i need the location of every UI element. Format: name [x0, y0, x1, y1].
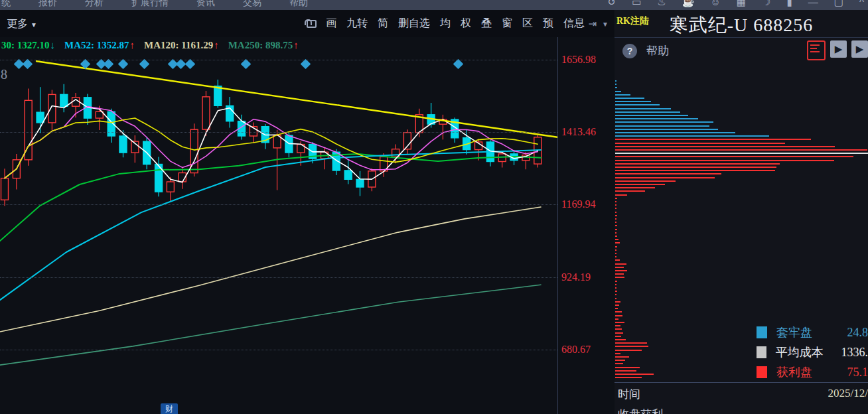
legend-swatch [757, 346, 766, 358]
chip-distribution-panel: RK注陆 寒武纪-U 688256 ? 帮助 ▶ ▶ 套牢盘24.8平均成本13… [615, 10, 868, 414]
pin-icon[interactable]: ^ [859, 0, 864, 9]
monitor-icon[interactable]: ▭ [632, 0, 641, 9]
menu-item[interactable]: 报价 [38, 0, 57, 8]
minimize-icon[interactable]: — [808, 0, 818, 9]
menu-item[interactable]: 交易 [243, 0, 261, 8]
chip-bar [615, 318, 618, 320]
chip-bar [615, 298, 616, 299]
chip-bar [615, 332, 623, 334]
gridline [0, 350, 557, 350]
window-menu-bar: 统报价分析扩展行情资讯交易帮助 ↺▭♨☕☺▦☽▮—▢^ [0, 0, 868, 10]
chip-bar [615, 253, 616, 254]
chart-toolbar: 更多 ▼ 画九转简删自选均权叠窗区预信息 ⇥ ▼ [0, 10, 614, 38]
chip-bar [615, 256, 616, 257]
time-row: 时间 2025/12/ [618, 387, 868, 402]
chip-bar [615, 294, 616, 295]
toolbar-item[interactable]: 窗 [502, 17, 512, 31]
next-page-icon[interactable]: ⇥ [588, 18, 597, 30]
menu-item[interactable]: 帮助 [289, 0, 308, 8]
chip-bar [615, 249, 616, 251]
robot-icon[interactable]: ☺ [711, 0, 721, 9]
gridline [0, 132, 557, 133]
toolbar-item[interactable]: 画 [326, 17, 336, 31]
menu-items: 统报价分析扩展行情资讯交易帮助 [0, 0, 308, 8]
candle-body [344, 171, 352, 179]
chip-bar [615, 163, 780, 165]
candlestick-chart[interactable]: 30: 1327.10↓MA52: 1352.87↑MA120: 1161.29… [0, 37, 557, 414]
chip-bar [615, 267, 624, 268]
play-forward-icon[interactable]: ▶ [830, 40, 847, 58]
legend-value: 75.1 [847, 366, 868, 380]
chip-bar [615, 246, 617, 247]
chip-bar [615, 328, 622, 330]
menu-item[interactable]: 资讯 [196, 0, 215, 8]
undo-icon[interactable]: ↺ [608, 0, 616, 9]
chip-bar [615, 305, 619, 306]
menu-item[interactable]: 扩展行情 [131, 0, 169, 8]
chip-bar [615, 101, 651, 102]
gridline [0, 277, 557, 278]
chip-bar [615, 277, 624, 278]
chevron-down-icon: ▼ [31, 21, 37, 29]
toolbar-chevron-down-icon[interactable]: ▼ [602, 21, 609, 28]
average-cost-line [615, 153, 868, 154]
chip-bar [615, 146, 835, 147]
price-axis-label: 680.67 [561, 344, 591, 356]
toolbar-item[interactable]: 均 [440, 17, 451, 31]
play-forward2-icon[interactable]: ▶ [851, 40, 868, 58]
divider [615, 382, 868, 383]
toolbar-item[interactable]: 简 [378, 17, 388, 31]
legend-swatch [757, 326, 767, 338]
chip-bar [615, 236, 617, 237]
time-value: 2025/12/ [828, 387, 868, 400]
legend-value: 24.8 [847, 326, 868, 340]
menu-item[interactable]: 分析 [85, 0, 104, 8]
list-view-icon[interactable] [807, 40, 826, 60]
candle-body [214, 86, 222, 106]
chip-bar [615, 173, 721, 174]
chip-bar [615, 190, 645, 192]
help-label[interactable]: 帮助 [646, 43, 669, 58]
toolbar-item[interactable]: 预 [543, 17, 553, 31]
bell-icon[interactable]: ♨ [657, 0, 666, 9]
legend-label: 获利盘 [776, 364, 847, 380]
chip-bar [615, 91, 621, 92]
chip-bar [615, 94, 630, 96]
chip-bar [615, 360, 625, 361]
bookmark-icon[interactable]: ▮ [787, 0, 792, 9]
toolbar-item[interactable]: 叠 [481, 17, 492, 31]
gridline [0, 204, 557, 205]
more-dropdown[interactable]: 更多 ▼ [7, 17, 37, 31]
chip-bar [615, 270, 627, 271]
menu-item[interactable]: 统 [1, 0, 11, 8]
price-axis-label: 924.19 [561, 271, 591, 283]
chip-bar [615, 98, 644, 99]
legend-label: 平均成本 [776, 344, 841, 360]
help-icon[interactable]: ? [622, 44, 637, 58]
chip-bar [615, 291, 617, 292]
chip-bar [615, 263, 626, 265]
candle-body [48, 94, 56, 123]
chip-bar [615, 315, 622, 316]
chip-bar [615, 187, 655, 188]
toolbar-item[interactable]: 权 [461, 17, 471, 31]
panel-header: RK注陆 寒武纪-U 688256 [615, 10, 868, 38]
toolbar-item[interactable]: 信息 [563, 17, 585, 31]
chip-bar [615, 194, 627, 196]
toolbar-item[interactable]: 九转 [346, 17, 368, 31]
maximize-icon[interactable]: ▢ [834, 0, 843, 9]
legend-swatch [757, 366, 767, 378]
candle-body [167, 182, 174, 192]
candle-body [356, 179, 364, 187]
MA250-teal [0, 285, 541, 365]
unlock-icon[interactable] [305, 20, 315, 28]
chip-bar [615, 156, 853, 157]
time-label: 时间 [618, 388, 640, 401]
cup-icon[interactable]: ☕ [682, 0, 695, 9]
apps-grid-icon[interactable]: ▦ [737, 0, 746, 9]
toolbar-item[interactable]: 区 [522, 17, 533, 31]
toolbar-item[interactable]: 删自选 [398, 17, 430, 31]
moon-icon[interactable]: ☽ [762, 0, 770, 9]
price-axis-label: 1169.94 [561, 198, 595, 210]
chip-bar [615, 374, 654, 375]
